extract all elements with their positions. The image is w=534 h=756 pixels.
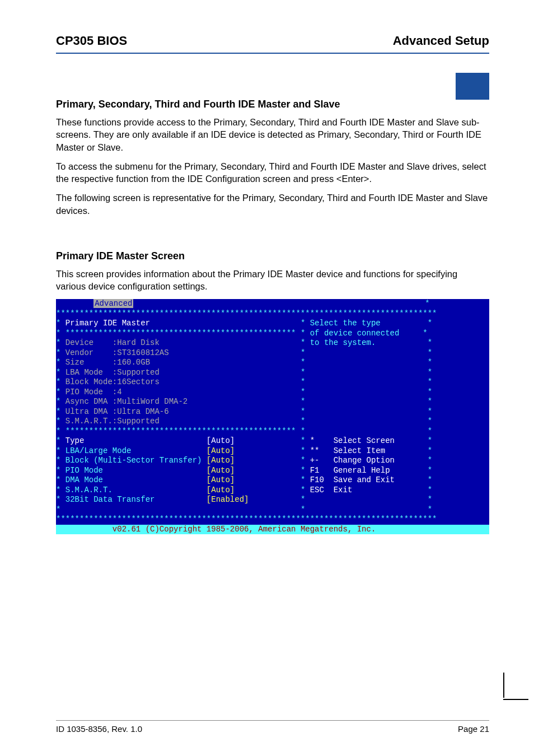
nav-0: Select Screen: [334, 436, 428, 445]
nav-5: Exit: [334, 486, 428, 494]
bios-info-6: Async DMA :MultiWord DMA-2: [65, 397, 301, 406]
setting-value-1[interactable]: [Auto]: [207, 446, 301, 455]
bios-info-1: Vendor :ST3160812AS: [65, 348, 301, 357]
setting-value-4[interactable]: [Auto]: [207, 475, 301, 484]
bios-info-4: Block Mode:16Sectors: [65, 377, 301, 386]
setting-label-5[interactable]: S.M.A.R.T.: [65, 486, 207, 494]
bios-info-3: LBA Mode :Supported: [65, 368, 301, 377]
nav-4: Save and Exit: [334, 475, 428, 484]
bios-info-0: Device :Hard Disk: [65, 338, 301, 347]
bios-info-7: Ultra DMA :Ultra DMA-6: [65, 407, 301, 416]
section1-p2: To access the submenu for the Primary, S…: [56, 160, 489, 185]
setting-label-4[interactable]: DMA Mode: [65, 475, 207, 484]
bios-screen: Advanced *******************************…: [56, 299, 489, 534]
bios-info-2: Size :160.0GB: [65, 358, 301, 367]
setting-value-3[interactable]: [Auto]: [207, 466, 301, 475]
nav-3: General Help: [334, 466, 428, 475]
setting-value-0[interactable]: [Auto]: [207, 436, 301, 445]
section2-title: Primary IDE Master Screen: [56, 250, 489, 262]
setting-label-1[interactable]: LBA/Large Mode: [65, 446, 207, 455]
nav-2: Change Option: [334, 456, 428, 465]
corner-decoration: [450, 73, 489, 100]
setting-value-6[interactable]: [Enabled]: [207, 495, 301, 504]
bios-tab-advanced[interactable]: Advanced: [93, 299, 133, 308]
page-edge-mark: [503, 673, 528, 700]
section1-p3: The following screen is representative f…: [56, 192, 489, 217]
setting-value-5[interactable]: [Auto]: [207, 486, 301, 494]
footer-left: ID 1035-8356, Rev. 1.0: [56, 724, 142, 734]
setting-value-2[interactable]: [Auto]: [207, 456, 301, 465]
bios-title: Primary IDE Master: [65, 319, 301, 328]
doc-header-left: CP305 BIOS: [56, 34, 127, 48]
bios-help-2: of device connected: [310, 329, 423, 338]
section1-title: Primary, Secondary, Third and Fourth IDE…: [56, 99, 489, 110]
nav-1: Select Item: [334, 446, 428, 455]
footer-right: Page 21: [458, 724, 489, 734]
setting-label-6[interactable]: 32Bit Data Transfer: [65, 495, 207, 504]
bios-help-1: Select the type: [310, 319, 428, 328]
bios-info-8: S.M.A.R.T.:Supported: [65, 417, 301, 426]
setting-label-2[interactable]: Block (Multi-Sector Transfer): [65, 456, 207, 465]
bios-help-3: to the system.: [310, 338, 428, 347]
setting-label-3[interactable]: PIO Mode: [65, 466, 207, 475]
setting-label-0[interactable]: Type: [65, 436, 207, 445]
section1-p1: These functions provide access to the Pr…: [56, 116, 489, 153]
bios-copyright: v02.61 (C)Copyright 1985-2006, American …: [113, 525, 376, 534]
section2-p1: This screen provides information about t…: [56, 268, 489, 293]
bios-info-5: PIO Mode :4: [65, 388, 301, 396]
doc-header-right: Advanced Setup: [393, 34, 489, 48]
